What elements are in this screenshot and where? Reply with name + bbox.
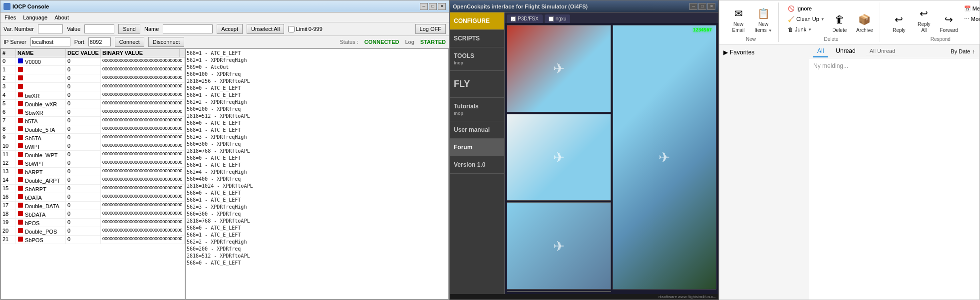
new-group-label: New [746,36,756,42]
oc-tab-p3d[interactable]: ✓ P3D/FSX [507,14,543,23]
table-row[interactable]: 5 Double_wXR 0 0000000000000000000000000… [1,100,185,108]
oc-menu-scripts[interactable]: SCRIPTS [450,30,504,47]
respond-small-col: 📅 Meeting ⋯ More ▼ [962,2,980,24]
forward-button[interactable]: ↪ Forward [937,2,961,34]
table-row[interactable]: 7 b5TA 0 0000000000000000000000000000000… [1,117,185,125]
table-row[interactable]: 16 bDATA 0 00000000000000000000000000000… [1,193,185,202]
tab-all[interactable]: All [813,45,828,57]
filter-area: All Unread [866,47,899,55]
row-num: 4 [1,91,16,99]
meeting-button[interactable]: 📅 Meeting [962,3,980,13]
tab-unread[interactable]: Unread [832,45,859,57]
p3d-checkbox[interactable]: ✓ [511,16,516,21]
row-binary: 00000000000000000000000000000000 [101,91,185,99]
table-row[interactable]: 11 Double_WPT 0 000000000000000000000000… [1,151,185,159]
limit-checkbox[interactable] [288,26,295,32]
ignore-icon: 🚫 [788,5,795,12]
plane-image-1[interactable] [507,25,611,112]
table-row[interactable]: 18 SbDATA 0 0000000000000000000000000000… [1,210,185,219]
table-row[interactable]: 14 Double_ARPT 0 00000000000000000000000… [1,176,185,185]
limit-label: Limit [296,26,307,32]
iocp-main-area: # NAME DEC VALUE BINARY VALUE 0 V0000 0 … [0,48,449,300]
delete-button[interactable]: 🗑 Delete [828,2,852,34]
reply-all-button[interactable]: ↩ ReplyAll [912,2,936,34]
oc-menu-tutorials[interactable]: Tutorials Inop [450,98,504,121]
ignore-button[interactable]: 🚫 Ignore [786,3,827,13]
oc-menu-version[interactable]: Version 1.0 [450,156,504,174]
table-row[interactable]: 19 bPOS 0 000000000000000000000000000000… [1,219,185,227]
cleanup-button[interactable]: 🧹 Clean Up ▼ [786,14,827,24]
table-row[interactable]: 2 0 00000000000000000000000000000000 [1,74,185,83]
favorites-folder[interactable]: ▶ Favorites [719,47,809,57]
plane-image-3[interactable] [507,202,611,290]
log-line: 2818=256 - XPDRftoAPL [187,78,447,85]
minimize-button[interactable]: ─ [420,3,428,10]
oc-images-grid: 1234567 [505,23,718,294]
table-row[interactable]: 12 SbWPT 0 00000000000000000000000000000… [1,159,185,168]
ngxu-checkbox[interactable] [549,16,554,21]
row-num: 14 [1,176,16,184]
oc-menu-forum[interactable]: Forum [450,139,504,156]
new-email-button[interactable]: ✉ NewEmail [726,2,750,34]
oc-menu-configure[interactable]: CONFIGURE [450,12,504,30]
ip-input[interactable] [30,37,70,46]
table-row[interactable]: 21 SbPOS 0 00000000000000000000000000000… [1,236,185,244]
send-button[interactable]: Send [118,24,140,34]
new-items-button[interactable]: 📋 NewItems ▼ [751,2,775,34]
connect-button[interactable]: Connect [115,37,144,47]
more-respond-button[interactable]: ⋯ More ▼ [962,14,980,24]
menu-files[interactable]: Files [2,13,18,21]
table-row[interactable]: 15 SbARPT 0 0000000000000000000000000000… [1,185,185,193]
table-row[interactable]: 13 bARPT 0 00000000000000000000000000000… [1,168,185,176]
row-binary: 00000000000000000000000000000000 [101,125,185,133]
table-row[interactable]: 6 SbwXR 0 000000000000000000000000000000… [1,108,185,117]
table-row[interactable]: 8 Double_5TA 0 0000000000000000000000000… [1,125,185,134]
row-indicator-icon [18,160,23,165]
maximize-button[interactable]: □ [429,3,437,10]
row-num: 2 [1,74,16,82]
table-row[interactable]: 4 bwXR 0 0000000000000000000000000000000… [1,91,185,100]
table-row[interactable]: 0 V0000 0 000000000000000000000000000000… [1,57,185,66]
oc-menu-fly[interactable]: FLY [450,71,504,98]
archive-button[interactable]: 📦 Archive [853,2,877,34]
new-items-label: NewItems ▼ [754,21,772,33]
unselect-all-button[interactable]: Unselect All [247,24,284,34]
menu-about[interactable]: About [52,13,71,21]
table-row[interactable]: 1 0 00000000000000000000000000000000 [1,66,185,74]
junk-button[interactable]: 🗑 Junk ▼ [786,24,827,34]
name-input[interactable] [163,24,213,33]
row-num: 20 [1,227,16,235]
close-button[interactable]: ✕ [438,3,446,10]
var-number-input[interactable] [38,24,63,33]
row-name [16,74,66,82]
table-row[interactable]: 17 Double_DATA 0 00000000000000000000000… [1,202,185,210]
log-line: 568=0 - ATC_E_LEFT [187,85,447,92]
table-row[interactable]: 3 0 00000000000000000000000000000000 [1,83,185,91]
log-off-button[interactable]: Log OFF [415,24,446,34]
plane-image-4[interactable] [507,291,611,292]
accept-button[interactable]: Accept [217,24,243,34]
row-binary: 00000000000000000000000000000000 [101,193,185,201]
sort-label[interactable]: By Date [951,48,970,54]
oc-tab-ngxu[interactable]: ngxu [545,14,571,23]
port-input[interactable] [88,37,111,46]
plane-image-2[interactable] [507,114,611,201]
table-row[interactable]: 20 Double_POS 0 000000000000000000000000… [1,227,185,236]
menu-language[interactable]: Language [21,13,49,21]
oc-close-button[interactable]: ✕ [707,3,715,10]
oc-menu-usermanual[interactable]: User manual [450,121,504,139]
archive-icon: 📦 [858,12,872,26]
oc-maximize-button[interactable]: □ [698,3,706,10]
junk-dropdown-arrow: ▼ [808,27,812,32]
table-row[interactable]: 9 Sb5TA 0 000000000000000000000000000000… [1,134,185,142]
row-name: bARPT [16,168,66,176]
value-input[interactable] [84,24,114,33]
disconnect-button[interactable]: Disconnect [148,37,184,47]
oc-menu-tools[interactable]: TOOLS Inop [450,47,504,71]
oc-tabs: ✓ P3D/FSX ngxu [505,12,718,23]
oc-minimize-button[interactable]: ─ [689,3,697,10]
log-line: 560=200 - XPDRfreq [187,106,447,113]
reply-button[interactable]: ↩ Reply [887,2,911,34]
table-row[interactable]: 10 bWPT 0 000000000000000000000000000000… [1,142,185,151]
row-name: Double_POS [16,227,66,235]
